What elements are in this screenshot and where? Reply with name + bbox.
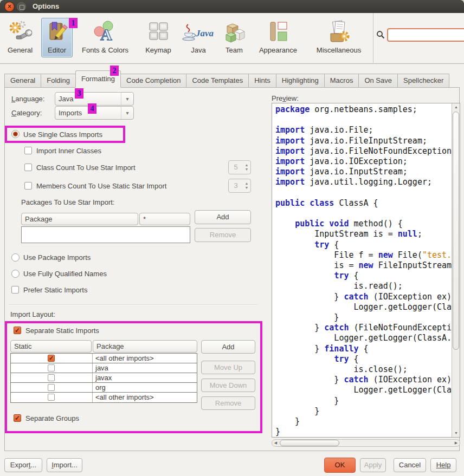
code-line: }: [275, 416, 452, 427]
code-line: }: [275, 396, 452, 406]
toolbar-item-general[interactable]: General: [3, 18, 37, 60]
vertical-scrollbar[interactable]: ▲ ▼: [452, 103, 460, 437]
members-count-value: 3: [229, 179, 243, 192]
toolbar-item-java[interactable]: JavaJava: [180, 18, 217, 60]
members-count-checkbox[interactable]: ✓: [24, 182, 32, 190]
toolbar-divider: [373, 13, 373, 63]
help-button[interactable]: Help: [430, 458, 456, 472]
toolbar-item-label: Appearance: [259, 46, 297, 54]
tab-highlighting[interactable]: Highlighting: [276, 74, 325, 88]
separate-static-checkbox[interactable]: ✓: [14, 327, 21, 334]
packages-star-label: Packages To Use Star Import:: [21, 198, 114, 206]
layout-row-static-cell: ✓: [11, 373, 93, 382]
close-icon[interactable]: ×: [4, 2, 15, 12]
category-label: Category:: [11, 109, 42, 117]
section-divider: [9, 304, 257, 305]
toolbar-item-fonts-colors[interactable]: AFonts & Colors: [75, 18, 136, 60]
apply-button[interactable]: Apply: [360, 458, 386, 472]
star-add-button[interactable]: Add: [195, 210, 251, 224]
annotation-2: 2: [110, 66, 119, 76]
scroll-right-icon[interactable]: ▶: [453, 440, 460, 446]
layout-table-body[interactable]: ✓<all other imports>✓java✓javax✓org✓<all…: [10, 353, 197, 403]
search-input[interactable]: [387, 28, 464, 42]
layout-remove-button[interactable]: Remove: [201, 396, 255, 410]
code-line: InputStream is = null;: [275, 229, 452, 239]
star-table-package-header[interactable]: Package: [21, 213, 138, 225]
tab-code-templates[interactable]: Code Templates: [186, 74, 249, 88]
separate-groups-checkbox[interactable]: ✓: [14, 414, 21, 422]
tab-hints[interactable]: Hints: [248, 74, 276, 88]
horizontal-scroll-thumb[interactable]: [280, 440, 339, 446]
layout-table-row[interactable]: ✓<all other imports>: [11, 354, 197, 363]
cancel-button[interactable]: Cancel: [394, 458, 426, 472]
annotation-4: 4: [88, 103, 96, 114]
toolbar-item-label: Java: [191, 46, 205, 54]
tab-code-completion[interactable]: Code Completion: [120, 74, 186, 88]
use-package-imports-label: Use Package Imports: [23, 253, 91, 262]
tab-spellchecker[interactable]: Spellchecker: [397, 74, 449, 88]
horizontal-scrollbar[interactable]: ◀ ▶: [272, 439, 460, 447]
use-fully-qualified-radio[interactable]: [11, 270, 20, 278]
toolbar-item-appearance[interactable]: Appearance: [252, 18, 305, 60]
layout-row-checkbox[interactable]: ✓: [48, 355, 55, 362]
chevron-down-icon: ▾: [121, 107, 133, 119]
class-count-spinner[interactable]: 5 ▲▼: [228, 160, 251, 174]
layout-table-row[interactable]: ✓<all other imports>: [11, 393, 197, 402]
layout-add-button[interactable]: Add: [201, 340, 255, 354]
layout-table-row[interactable]: ✓org: [11, 383, 197, 393]
restore-icon[interactable]: [17, 2, 26, 11]
preview-code-area[interactable]: package org.netbeans.samples; import jav…: [272, 103, 460, 438]
language-label: Language:: [11, 95, 44, 103]
code-line: import java.util.logging.Logger;: [275, 177, 452, 187]
tab-macros[interactable]: Macros: [324, 74, 359, 88]
import-button[interactable]: Import...: [47, 458, 82, 472]
layout-row-static-cell: ✓: [11, 383, 93, 392]
star-remove-button[interactable]: Remove: [195, 228, 251, 242]
layout-row-checkbox[interactable]: ✓: [48, 374, 55, 381]
scroll-left-icon[interactable]: ◀: [272, 440, 279, 446]
code-line: is = new FileInputStream(f);: [275, 260, 452, 271]
prefer-static-label: Prefer Static Imports: [23, 286, 87, 294]
layout-row-checkbox[interactable]: ✓: [48, 384, 55, 391]
vertical-scroll-thumb[interactable]: [453, 112, 459, 350]
star-table-star-header[interactable]: *: [139, 213, 190, 225]
spinner-arrows-icon[interactable]: ▲▼: [243, 179, 250, 192]
use-single-class-imports-radio[interactable]: [11, 130, 20, 138]
layout-table-package-header[interactable]: Package: [93, 340, 197, 353]
ok-button[interactable]: OK: [324, 458, 356, 473]
toolbar-item-editor[interactable]: Editor: [41, 18, 73, 57]
star-table-body[interactable]: [21, 226, 190, 243]
class-count-checkbox[interactable]: ✓: [24, 164, 32, 171]
import-inner-classes-checkbox[interactable]: ✓: [24, 147, 32, 154]
layout-table-static-header[interactable]: Static: [10, 340, 92, 353]
export-button[interactable]: Export...: [4, 458, 42, 472]
move-down-button[interactable]: Move Down: [201, 379, 255, 392]
book-pencil-icon: [44, 18, 69, 45]
options-window: × Options GeneralEditorAFonts & ColorsKe…: [0, 0, 464, 476]
layout-row-checkbox[interactable]: ✓: [48, 364, 55, 371]
code-line: try {: [275, 240, 452, 250]
prefer-static-checkbox[interactable]: ✓: [11, 286, 19, 294]
tab-on-save[interactable]: On Save: [358, 74, 398, 88]
language-value: Java: [55, 95, 121, 103]
code-line: File f = new File("test.txt");: [275, 250, 452, 260]
code-line: }: [275, 427, 452, 437]
layout-row-checkbox[interactable]: ✓: [48, 394, 55, 401]
members-count-spinner[interactable]: 3 ▲▼: [228, 179, 251, 193]
separate-groups-label: Separate Groups: [25, 414, 79, 422]
toolbar-item-miscellaneous[interactable]: Miscellaneous: [307, 18, 371, 60]
layout-table-row[interactable]: ✓java: [11, 363, 197, 373]
code-line: import java.io.FileNotFoundException;: [275, 146, 452, 157]
toolbar-item-keymap[interactable]: Keymap: [139, 18, 178, 60]
move-up-button[interactable]: Move Up: [201, 361, 255, 374]
tab-folding[interactable]: Folding: [41, 74, 76, 88]
toolbar-item-team[interactable]: Team: [220, 18, 248, 60]
scroll-down-icon[interactable]: ▼: [452, 429, 460, 437]
spinner-arrows-icon[interactable]: ▲▼: [243, 161, 250, 174]
use-package-imports-radio[interactable]: [11, 253, 20, 262]
layout-icon: [266, 18, 291, 45]
code-line: Logger.getLogger(ClassA.class.getName())…: [275, 333, 452, 343]
layout-table-row[interactable]: ✓javax: [11, 373, 197, 383]
scroll-up-icon[interactable]: ▲: [452, 103, 460, 111]
tab-general[interactable]: General: [4, 74, 41, 88]
